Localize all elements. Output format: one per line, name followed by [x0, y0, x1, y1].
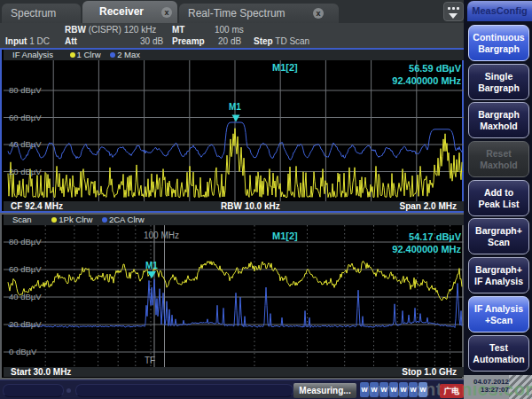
svg-text:92.400000 MHz: 92.400000 MHz: [392, 244, 461, 254]
svg-text:92.400000 MHz: 92.400000 MHz: [392, 75, 461, 86]
svg-text:20 dBµV: 20 dBµV: [9, 167, 42, 176]
svg-text:M1[2]: M1[2]: [272, 231, 298, 241]
svg-text:M1: M1: [229, 102, 241, 112]
svg-text:60 dBµV: 60 dBµV: [9, 264, 42, 274]
svg-text:54.17 dBµV: 54.17 dBµV: [409, 231, 462, 242]
svg-text:0 dBµV: 0 dBµV: [9, 347, 37, 356]
svg-text:100 MHz: 100 MHz: [144, 231, 179, 240]
svg-text:20 dBµV: 20 dBµV: [9, 319, 42, 329]
svg-text:M1[2]: M1[2]: [272, 62, 298, 73]
svg-text:40 dBµV: 40 dBµV: [9, 292, 42, 301]
svg-text:TF: TF: [145, 356, 155, 365]
svg-text:60 dBµV: 60 dBµV: [9, 113, 42, 122]
svg-text:40 dBµV: 40 dBµV: [9, 139, 42, 149]
svg-text:80 dBµV: 80 dBµV: [9, 85, 42, 95]
svg-text:56.59 dBµV: 56.59 dBµV: [409, 63, 462, 74]
svg-text:M1: M1: [145, 261, 158, 270]
svg-text:80 dBµV: 80 dBµV: [9, 237, 42, 246]
